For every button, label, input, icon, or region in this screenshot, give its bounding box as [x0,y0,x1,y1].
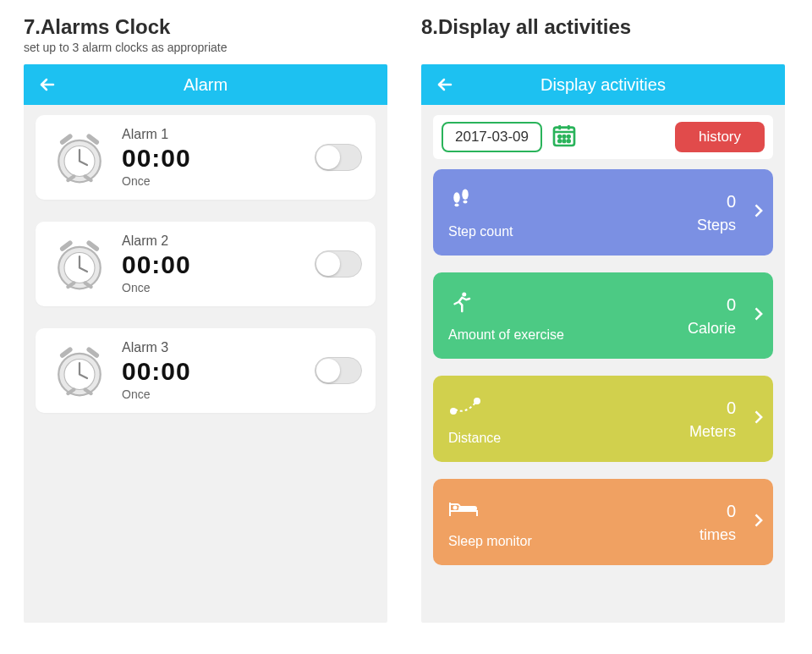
alarm-toggle[interactable] [315,250,362,278]
svg-point-8 [563,135,566,138]
activity-value: 0 [700,502,736,521]
alarm-clock-icon [49,340,110,401]
back-button[interactable] [435,74,455,95]
svg-point-16 [464,201,468,204]
back-button[interactable] [37,74,58,95]
svg-point-12 [568,140,570,142]
activity-unit: Calorie [688,320,736,338]
screen-title: Display activities [540,75,666,95]
chevron-right-icon [749,197,766,228]
activity-label: Distance [448,431,689,446]
alarm-row[interactable]: Alarm 2 00:00 Once [36,222,376,306]
section-title: 8.Display all activities [421,15,785,39]
activity-value: 0 [688,295,736,315]
alarm-row[interactable]: Alarm 3 00:00 Once [36,328,376,413]
svg-point-20 [453,506,458,510]
alarm-screen: Alarm Alarm 1 00:00 Once [24,64,387,623]
alarm-clock-icon [49,127,110,188]
route-icon [448,393,689,422]
svg-point-11 [563,140,566,142]
chevron-right-icon [749,404,766,434]
calendar-icon[interactable] [551,122,578,152]
activity-label: Step count [448,224,697,239]
svg-rect-21 [458,506,477,511]
svg-point-10 [558,140,561,142]
alarm-repeat: Once [122,174,315,188]
alarm-row[interactable]: Alarm 1 00:00 Once [36,115,376,200]
alarm-repeat: Once [122,387,315,401]
activities-screen: Display activities 2017-03-09 history St… [421,64,785,623]
activities-topbar: Display activities [421,64,785,105]
footsteps-icon [448,187,697,216]
activity-label: Amount of exercise [448,327,688,343]
alarm-time: 00:00 [122,144,315,173]
runner-icon [448,290,688,319]
activity-card-exercise[interactable]: Amount of exercise 0 Calorie [433,272,773,359]
activity-value: 0 [689,398,736,418]
svg-point-9 [568,135,570,138]
section-title: 7.Alarms Clock [24,15,387,39]
svg-point-15 [462,190,469,201]
activity-card-sleep[interactable]: Sleep monitor 0 times [433,479,773,565]
chevron-right-icon [749,507,766,537]
activity-label: Sleep monitor [448,534,700,549]
alarm-clock-icon [49,234,110,294]
activity-card-distance[interactable]: Distance 0 Meters [433,376,773,462]
chevron-right-icon [749,300,766,331]
svg-point-17 [462,293,466,297]
activity-unit: Steps [697,217,736,234]
activity-value: 0 [697,192,736,212]
alarm-toggle[interactable] [315,144,362,171]
alarm-name: Alarm 1 [122,127,315,142]
alarm-time: 00:00 [122,250,315,279]
alarm-name: Alarm 3 [122,340,315,355]
activity-card-steps[interactable]: Step count 0 Steps [433,169,773,256]
svg-point-19 [475,398,480,404]
activity-unit: Meters [689,423,736,441]
activity-unit: times [700,526,736,544]
svg-point-14 [455,203,459,206]
screen-title: Alarm [184,75,228,95]
svg-point-7 [558,135,561,138]
section-subtitle: set up to 3 alarm clocks as appropriate [24,41,387,54]
svg-point-13 [453,192,460,203]
bed-icon [448,497,700,525]
alarm-topbar: Alarm [24,64,387,105]
alarm-repeat: Once [122,281,315,294]
alarm-name: Alarm 2 [122,234,315,249]
date-selector[interactable]: 2017-03-09 [442,122,542,152]
alarm-toggle[interactable] [315,357,362,384]
alarm-time: 00:00 [122,357,315,386]
history-button[interactable]: history [675,122,765,152]
